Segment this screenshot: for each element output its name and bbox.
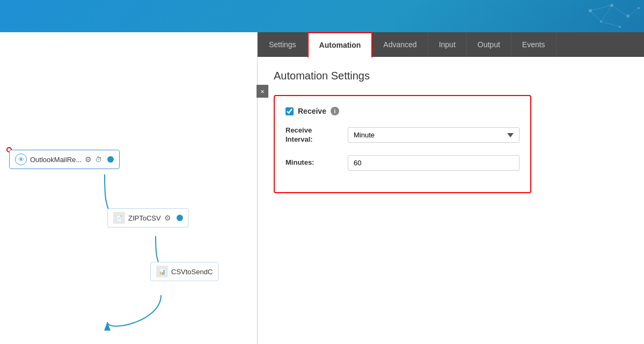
tab-events[interactable]: Events — [511, 32, 557, 57]
receive-interval-select[interactable]: Minute Hour Day Week — [348, 127, 519, 143]
canvas-area: 👁 OutlookMailRe... ⚙ ⏱ 📄 ZIPToCSV ⚙ — [0, 32, 258, 344]
node3-wrapper: 📊 CSVtoSendC — [150, 268, 157, 275]
receive-interval-label: ReceiveInterval: — [286, 126, 339, 144]
node1-label: OutlookMailRe... — [30, 156, 82, 164]
minutes-label: Minutes: — [286, 158, 339, 167]
node2-gear-icon[interactable]: ⚙ — [164, 214, 171, 222]
node1-connector[interactable] — [107, 156, 114, 163]
receive-interval-control: Minute Hour Day Week — [348, 127, 519, 143]
top-header — [0, 0, 644, 32]
node2-wrapper: 📄 ZIPToCSV ⚙ — [107, 215, 114, 221]
tab-output[interactable]: Output — [467, 32, 511, 57]
minutes-control — [348, 155, 519, 171]
flow-arrows — [0, 32, 257, 344]
node2-label: ZIPToCSV — [128, 214, 161, 222]
panel-content: Automation Settings Receive i ReceiveInt… — [258, 57, 644, 344]
svg-line-8 — [628, 8, 639, 16]
zip-icon: 📄 — [113, 212, 125, 224]
receive-info-icon[interactable]: i — [331, 107, 339, 115]
tab-bar: Settings Automation Advanced Input Outpu… — [258, 32, 644, 57]
main-layout: 👁 OutlookMailRe... ⚙ ⏱ 📄 ZIPToCSV ⚙ — [0, 32, 644, 344]
node2-connector[interactable] — [177, 215, 183, 221]
svg-line-7 — [612, 5, 628, 16]
svg-line-10 — [601, 21, 620, 27]
node1-clock-icon[interactable]: ⏱ — [95, 156, 102, 164]
automation-settings-box: Receive i ReceiveInterval: Minute Hour D… — [274, 95, 531, 193]
tab-settings[interactable]: Settings — [258, 32, 308, 57]
receive-label: Receive — [298, 107, 326, 115]
outlook-icon: 👁 — [15, 153, 27, 165]
flow-node-outlook[interactable]: 👁 OutlookMailRe... ⚙ ⏱ — [9, 150, 120, 169]
minutes-input[interactable] — [348, 155, 519, 171]
flow-node-csvtosend[interactable]: 📊 CSVtoSendC — [150, 262, 218, 281]
network-decoration — [483, 0, 644, 32]
panel-close-button[interactable]: × — [257, 85, 268, 98]
node1-gear-icon[interactable]: ⚙ — [85, 155, 92, 164]
minutes-row: Minutes: — [286, 155, 519, 171]
csv-icon: 📊 — [156, 266, 168, 277]
right-panel: Settings Automation Advanced Input Outpu… — [258, 32, 644, 344]
svg-line-9 — [590, 11, 601, 21]
node3-label: CSVtoSendC — [171, 268, 213, 276]
receive-interval-row: ReceiveInterval: Minute Hour Day Week — [286, 126, 519, 144]
receive-row: Receive i — [286, 107, 519, 115]
tab-advanced[interactable]: Advanced — [372, 32, 428, 57]
flow-node-ziptocsv[interactable]: 📄 ZIPToCSV ⚙ — [107, 208, 189, 228]
tab-automation[interactable]: Automation — [308, 32, 373, 58]
tab-input[interactable]: Input — [428, 32, 467, 57]
receive-checkbox[interactable] — [286, 107, 294, 115]
node1-selection-border: 👁 OutlookMailRe... ⚙ ⏱ — [6, 147, 12, 152]
panel-title: Automation Settings — [274, 70, 628, 82]
